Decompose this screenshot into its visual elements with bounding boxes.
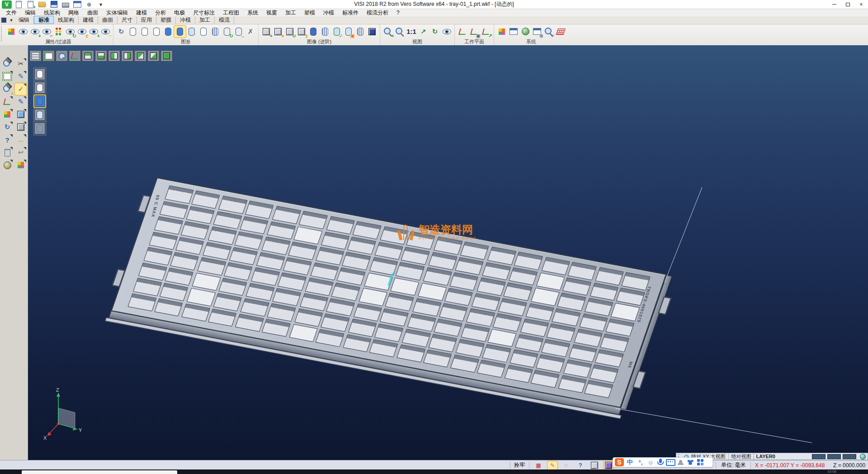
layer-swatch[interactable]	[812, 454, 826, 459]
menu-电极[interactable]: 电极	[170, 9, 189, 16]
system-options-icon[interactable]: ⊕	[531, 26, 543, 38]
render-traffic-icon[interactable]: ●	[272, 26, 284, 38]
surface-icon[interactable]	[15, 109, 27, 120]
menu-线架构[interactable]: 线架构	[40, 9, 64, 16]
hide-elements-icon[interactable]: −	[41, 26, 52, 38]
solid-icon[interactable]	[15, 121, 27, 133]
tab-模流[interactable]: 模流	[215, 16, 234, 24]
ime-emoji-icon[interactable]: ☺	[646, 458, 656, 467]
display-mode-dashed-icon[interactable]	[151, 26, 162, 38]
display-mode-outline-icon[interactable]	[198, 26, 209, 38]
display-mode-wire-icon[interactable]	[127, 26, 139, 38]
show-elements-icon[interactable]: +	[29, 26, 41, 38]
zoom-extents-icon[interactable]	[1, 71, 13, 82]
menu-冲模[interactable]: 冲模	[319, 9, 338, 16]
delete-icon[interactable]	[1, 147, 13, 158]
menu-塑模[interactable]: 塑模	[300, 9, 319, 16]
regenerate-icon[interactable]: ↻	[1, 121, 13, 133]
tab-加工[interactable]: 加工	[195, 16, 215, 24]
refresh-visibility-icon[interactable]: ↻	[64, 26, 76, 38]
shade-hidden-icon[interactable]	[34, 82, 45, 94]
view-zoom-icon[interactable]	[1, 58, 13, 70]
graphics-viewport[interactable]: 09 C MAX TROP2-4001075 M6	[28, 45, 868, 460]
copy-file-icon[interactable]: +	[25, 0, 35, 9]
fit-view-button[interactable]	[42, 50, 55, 62]
zoom-view-icon[interactable]	[57, 51, 67, 61]
toggle-render-icon[interactable]: ±	[296, 26, 307, 38]
tab-冲模[interactable]: 冲模	[176, 16, 195, 24]
globe-status-icon[interactable]	[860, 454, 866, 460]
save-icon[interactable]	[49, 0, 59, 9]
refresh-render-icon[interactable]: ↻	[284, 26, 296, 38]
magic-wand-icon[interactable]: ✎	[547, 461, 557, 469]
tab-标准[interactable]: 标准	[34, 16, 54, 24]
zoom-window-icon[interactable]	[394, 26, 406, 38]
active-layer-button[interactable]: LAYER0	[756, 454, 775, 459]
taskbar-window-preview[interactable]	[22, 470, 177, 474]
tab-尺寸[interactable]: 尺寸	[118, 16, 137, 24]
iso-cube-icon[interactable]	[366, 26, 378, 38]
element-visibility-icon[interactable]	[17, 26, 29, 38]
ime-logo-icon[interactable]: S	[615, 458, 624, 466]
view-mode-label[interactable]: 绝对视图	[731, 453, 751, 460]
shade-solid-icon[interactable]	[34, 95, 45, 107]
display-mode-transparent-icon[interactable]	[186, 26, 198, 38]
tab-曲面[interactable]: 曲面	[98, 16, 118, 24]
curve-edit-icon[interactable]: ✎	[15, 96, 27, 108]
panel-grip[interactable]	[753, 454, 755, 459]
snap-grid-icon[interactable]: ▦	[533, 461, 543, 469]
dynamic-cube-icon[interactable]	[604, 461, 613, 469]
display-mode-hidden-icon[interactable]	[139, 26, 151, 38]
workplane-move-icon[interactable]: ↗	[480, 26, 492, 38]
update-solid-icon[interactable]: →	[233, 26, 245, 38]
measure-icon[interactable]: ↗	[417, 26, 429, 38]
solid-shade-icon[interactable]	[307, 26, 319, 38]
color-palette-icon[interactable]	[496, 26, 508, 38]
validate-icon[interactable]: ✓	[15, 83, 27, 95]
tab-dropdown-icon[interactable]: ▼	[8, 18, 14, 23]
shade-transparent-icon[interactable]	[34, 109, 45, 121]
menu-曲面[interactable]: 曲面	[83, 9, 102, 16]
ime-skin-icon[interactable]	[685, 458, 695, 467]
ime-toolbox-icon[interactable]	[695, 458, 705, 467]
view-top-cube-button[interactable]	[82, 50, 94, 62]
display-mode-shaded-icon[interactable]	[162, 26, 174, 38]
workplane-face-icon[interactable]: ▣	[468, 26, 480, 38]
more-dropdown-icon[interactable]: ▾	[96, 0, 106, 9]
ime-language-icon[interactable]: 中	[625, 458, 635, 467]
pick-hand-icon[interactable]: ☞	[561, 461, 571, 469]
ime-keyboard-icon[interactable]	[665, 458, 675, 467]
menu-工程图[interactable]: 工程图	[219, 9, 243, 16]
close-button[interactable]: ×	[854, 0, 868, 9]
zoom-inout-icon[interactable]: ±	[1, 83, 13, 95]
view-iso-cube-button[interactable]	[160, 50, 173, 62]
tab-编辑[interactable]: 编辑	[14, 16, 34, 24]
ime-profile-icon[interactable]	[675, 458, 685, 467]
undo-icon[interactable]: ↩	[15, 147, 27, 158]
toggle-visibility-icon[interactable]: ±	[76, 26, 88, 38]
menu-模流分析[interactable]: 模流分析	[363, 9, 392, 16]
rotate-view-icon[interactable]: ↻	[429, 26, 441, 38]
display-mode-shaded-edges-icon[interactable]	[174, 26, 186, 38]
solid-wire-icon[interactable]	[354, 26, 366, 38]
tab-塑膜[interactable]: 塑膜	[156, 16, 176, 24]
print-icon[interactable]	[61, 0, 71, 9]
new-file-icon[interactable]	[14, 0, 24, 9]
sketch-pencil-icon[interactable]: ✎	[15, 71, 27, 82]
show-all-icon[interactable]: +	[88, 26, 99, 38]
view-back-cube-button[interactable]	[121, 50, 133, 62]
refresh-graphics-icon[interactable]: ↻	[115, 26, 127, 38]
menu-分析[interactable]: 分析	[151, 9, 170, 16]
window-layout-icon[interactable]	[72, 0, 82, 9]
app-logo-icon[interactable]: V	[2, 0, 12, 9]
layer-swatch[interactable]	[843, 454, 856, 459]
shade-wire-icon[interactable]	[34, 68, 45, 80]
triad-view-icon[interactable]	[70, 51, 80, 61]
layer-manager-icon[interactable]	[508, 26, 519, 38]
help-icon[interactable]: ?	[1, 134, 13, 146]
layers-list-icon[interactable]	[31, 51, 41, 61]
layer-swatch[interactable]	[827, 454, 841, 459]
attributes-books-icon[interactable]	[1, 109, 13, 120]
dimension-icon[interactable]: ↔	[15, 134, 27, 146]
regen-solid-icon[interactable]: ↻	[221, 26, 233, 38]
